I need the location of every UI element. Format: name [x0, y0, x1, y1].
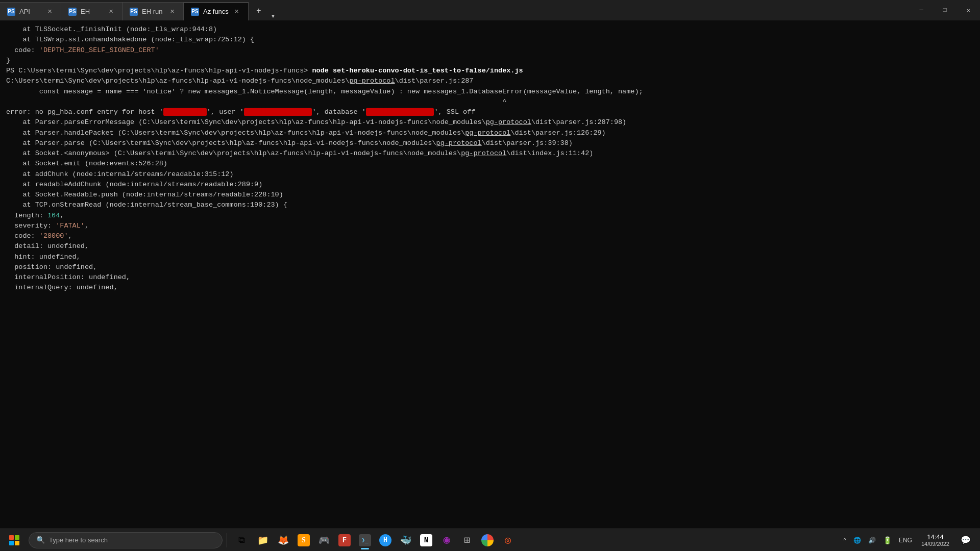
hidden-icons-button[interactable]: ^ — [840, 535, 849, 546]
task-view-button[interactable]: ⧉ — [231, 530, 252, 550]
terminal-line-4: } — [6, 56, 974, 66]
taskbar-app-circle[interactable]: ◉ — [437, 530, 456, 550]
new-tab-button[interactable]: + — [249, 2, 269, 20]
taskbar-app-chrome[interactable] — [478, 530, 497, 550]
tab-nav: ▾ — [269, 12, 277, 20]
terminal-line-5: PS C:\Users\termi\Sync\dev\projects\hlp\… — [6, 66, 974, 76]
terminal-line-23: code: '28000', — [6, 231, 974, 241]
tab-api-close[interactable]: ✕ — [45, 8, 54, 16]
terminal-line-26: position: undefined, — [6, 262, 974, 272]
terminal-line-11: error: no pg_hba.conf entry for host '██… — [6, 107, 974, 117]
tab-eh-icon: PS — [68, 8, 77, 16]
sublime-icon: S — [298, 534, 310, 546]
maximize-button[interactable]: □ — [933, 0, 957, 20]
filezilla-icon: F — [338, 534, 351, 546]
tab-az-funcs[interactable]: PS Az funcs ✕ — [184, 2, 249, 20]
terminal-line-20: at TCP.onStreamRead (node:internal/strea… — [6, 200, 974, 210]
tab-eh-run-label: EH run — [142, 8, 162, 15]
windows-logo-icon — [9, 535, 19, 545]
grid-icon: ⊞ — [461, 534, 473, 546]
terminal-line-7: const message = name === 'notice' ? new … — [6, 87, 974, 97]
tab-eh-run[interactable]: PS EH run ✕ — [122, 2, 184, 20]
terminal-line-14: at Parser.parse (C:\Users\termi\Sync\dev… — [6, 138, 974, 148]
tab-nav-down-icon[interactable]: ▾ — [271, 12, 275, 20]
clock-time: 14:44 — [927, 533, 944, 541]
terminal-line-3: code: 'DEPTH_ZERO_SELF_SIGNED_CERT' — [6, 45, 974, 56]
terminal-line-18: at readableAddChunk (node:internal/strea… — [6, 180, 974, 190]
search-icon: 🔍 — [36, 536, 45, 544]
window-controls: ─ □ ✕ — [910, 0, 980, 20]
clock[interactable]: 14:44 14/09/2022 — [917, 532, 953, 548]
terminal-line-21: length: 164, — [6, 211, 974, 221]
taskbar-app-compass[interactable]: ◎ — [499, 530, 517, 550]
taskbar: 🔍 Type here to search ⧉ 📁 🦊 S 🎮 F ❯_ H 🐳… — [0, 529, 980, 551]
terminal-line-24: detail: undefined, — [6, 241, 974, 252]
system-tray: ^ 🌐 🔊 🔋 ENG 14:44 14/09/2022 💬 — [840, 530, 976, 550]
minimize-button[interactable]: ─ — [910, 0, 933, 20]
terminal-line-13: at Parser.handlePacket (C:\Users\termi\S… — [6, 128, 974, 138]
tabs-area: PS API ✕ PS EH ✕ PS EH run ✕ PS Az funcs… — [0, 0, 910, 20]
tab-az-funcs-label: Az funcs — [203, 8, 229, 15]
battery-icon[interactable]: 🔋 — [880, 534, 895, 546]
terminal-line-17: at addChunk (node:internal/streams/reada… — [6, 169, 974, 180]
sys-tray-icons: ^ 🌐 🔊 🔋 ENG — [840, 534, 915, 546]
terminal-line-6: C:\Users\termi\Sync\dev\projects\hlp\az-… — [6, 76, 974, 86]
terminal-line-15: at Socket.<anonymous> (C:\Users\termi\Sy… — [6, 148, 974, 159]
tab-eh-close[interactable]: ✕ — [107, 8, 115, 16]
clock-date: 14/09/2022 — [921, 541, 949, 547]
taskbar-app-sublime[interactable]: S — [295, 530, 313, 550]
terminal-line-9: ^ — [6, 97, 974, 107]
tab-eh[interactable]: PS EH ✕ — [61, 2, 122, 20]
search-bar[interactable]: 🔍 Type here to search — [29, 532, 223, 548]
taskbar-app-firefox[interactable]: 🦊 — [274, 530, 292, 550]
volume-icon[interactable]: 🔊 — [865, 535, 879, 546]
network-icon[interactable]: 🌐 — [850, 535, 864, 546]
close-button[interactable]: ✕ — [957, 0, 980, 20]
terminal-line-19: at Socket.Readable.push (node:internal/s… — [6, 190, 974, 200]
taskbar-app-game[interactable]: 🎮 — [315, 530, 333, 550]
titlebar: PS API ✕ PS EH ✕ PS EH run ✕ PS Az funcs… — [0, 0, 980, 20]
taskbar-app-terminal[interactable]: ❯_ — [356, 530, 374, 550]
terminal-line-28: internalQuery: undefined, — [6, 283, 974, 293]
taskbar-app-notion[interactable]: N — [417, 530, 435, 550]
notion-icon: N — [420, 534, 432, 546]
notification-button[interactable]: 💬 — [955, 530, 976, 550]
game-icon: 🎮 — [318, 534, 330, 546]
tab-az-funcs-close[interactable]: ✕ — [233, 8, 241, 16]
terminal-line-12: at Parser.parseErrorMessage (C:\Users\te… — [6, 117, 974, 128]
terminal-line-22: severity: 'FATAL', — [6, 221, 974, 231]
terminal-content: at TLSSocket._finishInit (node:_tls_wrap… — [0, 20, 980, 529]
hs-icon: H — [379, 534, 391, 546]
terminal-line-16: at Socket.emit (node:events:526:28) — [6, 159, 974, 169]
language-indicator[interactable]: ENG — [896, 535, 915, 546]
start-button[interactable] — [4, 530, 24, 550]
search-placeholder: Type here to search — [49, 536, 108, 544]
taskbar-app-hs[interactable]: H — [376, 530, 395, 550]
terminal-icon: ❯_ — [359, 534, 371, 546]
taskbar-app-file-explorer[interactable]: 📁 — [254, 530, 272, 550]
tab-az-funcs-icon: PS — [191, 8, 199, 16]
tab-eh-run-close[interactable]: ✕ — [168, 8, 176, 16]
terminal-line-1: at TLSSocket._finishInit (node:_tls_wrap… — [6, 24, 974, 35]
tab-eh-run-icon: PS — [130, 8, 138, 16]
chrome-icon — [481, 534, 494, 546]
terminal-line-25: hint: undefined, — [6, 252, 974, 262]
circle-icon: ◉ — [440, 534, 453, 546]
docker-icon: 🐳 — [400, 534, 412, 546]
terminal-line-27: internalPosition: undefined, — [6, 272, 974, 283]
task-view-icon: ⧉ — [238, 535, 245, 545]
taskbar-separator-1 — [227, 533, 227, 547]
tab-api[interactable]: PS API ✕ — [0, 2, 61, 20]
tab-eh-label: EH — [81, 8, 90, 15]
taskbar-app-grid[interactable]: ⊞ — [458, 530, 476, 550]
compass-icon: ◎ — [502, 534, 514, 546]
firefox-icon: 🦊 — [277, 534, 289, 546]
tab-api-label: API — [19, 8, 30, 15]
tab-api-icon: PS — [7, 8, 15, 16]
taskbar-app-filezilla[interactable]: F — [335, 530, 354, 550]
file-explorer-icon: 📁 — [257, 534, 269, 546]
taskbar-app-docker[interactable]: 🐳 — [397, 530, 415, 550]
terminal-line-2: at TLSWrap.ssl.onhandshakedone (node:_tl… — [6, 35, 974, 45]
